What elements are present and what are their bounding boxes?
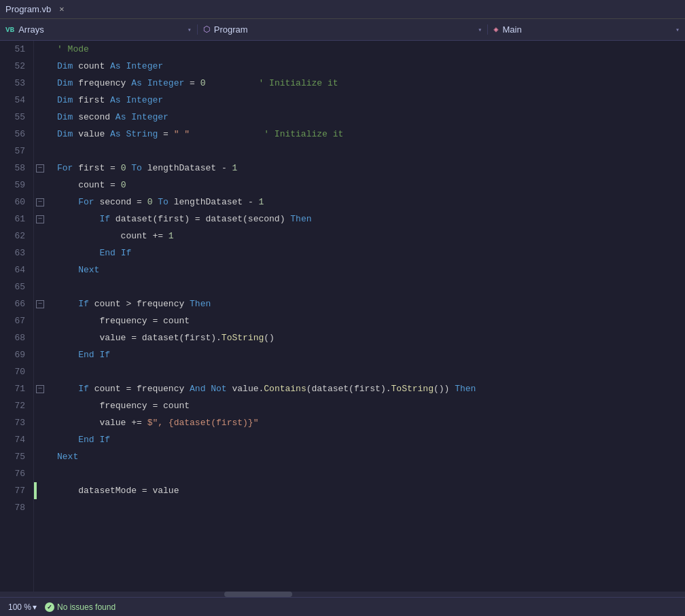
line-number: 55 <box>5 109 25 126</box>
line-number: 68 <box>5 329 25 346</box>
token-var: count <box>73 58 110 75</box>
token-var <box>57 380 78 397</box>
token-var: frequency <box>73 75 131 92</box>
token-kw: End If <box>99 244 131 261</box>
token-var <box>57 244 99 261</box>
fold-marker <box>34 329 46 346</box>
token-kw: And Not <box>190 380 227 397</box>
fold-marker <box>34 414 46 431</box>
fold-marker[interactable]: − <box>34 194 46 211</box>
token-var <box>57 295 78 312</box>
line-number: 60 <box>5 194 25 211</box>
arrays-dropdown[interactable]: VB Arrays ▾ <box>0 24 198 35</box>
tab-title: Program.vb <box>5 4 51 14</box>
token-var: ()) <box>434 380 455 397</box>
token-comment: ' Initialize it <box>264 126 343 143</box>
line-number: 71 <box>5 380 25 397</box>
line-numbers: 5152535455565758596061626364656667686970… <box>0 41 34 592</box>
token-kw: Then <box>290 211 311 228</box>
token-var <box>57 194 78 211</box>
code-line: value += $", {dataset(first)}" <box>57 414 685 431</box>
token-var: frequency = count <box>57 397 190 414</box>
program-label: Program <box>214 24 248 35</box>
code-line: count += 1 <box>57 228 685 244</box>
token-var: count = frequency <box>89 380 190 397</box>
token-str: " " <box>174 126 190 143</box>
token-kw: Then <box>190 295 211 312</box>
token-var: = <box>184 75 200 92</box>
main-arrow-icon: ▾ <box>675 26 680 34</box>
token-kw: To <box>158 194 169 211</box>
vb-icon: VB <box>5 26 14 34</box>
line-number: 74 <box>5 431 25 448</box>
token-kw: Next <box>57 448 78 465</box>
token-var: first = <box>73 160 120 177</box>
token-kw: If <box>99 211 110 228</box>
code-line: End If <box>57 431 685 448</box>
line-number: 51 <box>5 41 25 58</box>
token-var: second = <box>94 194 147 211</box>
token-method: ToString <box>222 329 264 346</box>
token-var: second <box>73 109 115 126</box>
main-dropdown[interactable]: ◈ Main ▾ <box>488 24 685 35</box>
code-line: Dim value As String = " " ' Initialize i… <box>57 126 685 143</box>
token-var: value. <box>227 380 264 397</box>
code-line: End If <box>57 244 685 261</box>
token-comment: ' Initialize it <box>259 75 338 92</box>
fold-marker <box>34 363 46 380</box>
issues-label: No issues found <box>57 602 116 612</box>
token-kw: As <box>110 126 121 143</box>
token-var: lengthDataset - <box>169 194 259 211</box>
token-num: 1 <box>259 194 264 211</box>
line-number: 54 <box>5 92 25 109</box>
main-icon: ◈ <box>493 24 498 35</box>
line-number: 69 <box>5 346 25 363</box>
token-num: 0 <box>200 75 206 92</box>
code-line: Dim frequency As Integer = 0 ' Initializ… <box>57 75 685 92</box>
fold-marker[interactable]: − <box>34 211 46 228</box>
program-dropdown[interactable]: ⬡ Program ▾ <box>198 24 489 35</box>
token-var: datasetMode = value <box>57 482 179 499</box>
code-line: For second = 0 To lengthDataset - 1 <box>57 194 685 211</box>
code-line: count = 0 <box>57 177 685 194</box>
token-var: value += <box>57 414 147 431</box>
zoom-label: 100 % <box>8 602 31 612</box>
code-container[interactable]: 5152535455565758596061626364656667686970… <box>0 41 685 592</box>
token-str: $", {dataset(first)}" <box>147 414 259 431</box>
fold-marker <box>34 261 46 278</box>
tab-close-icon[interactable]: ✕ <box>59 4 64 14</box>
token-method: Contains <box>264 380 306 397</box>
fold-marker <box>34 126 46 143</box>
zoom-control[interactable]: 100 % ▾ <box>8 602 37 612</box>
issues-indicator: ✓ No issues found <box>45 602 116 612</box>
line-number: 52 <box>5 58 25 75</box>
token-kw: End If <box>78 346 110 363</box>
code-line: Dim count As Integer <box>57 58 685 75</box>
scrollbar-thumb[interactable] <box>224 592 292 597</box>
line-number: 62 <box>5 228 25 244</box>
line-number: 67 <box>5 312 25 329</box>
fold-marker[interactable]: − <box>34 295 46 312</box>
main-label: Main <box>503 24 522 35</box>
token-kw: Dim <box>57 92 73 109</box>
code-line <box>57 278 685 295</box>
token-var: count > frequency <box>89 295 190 312</box>
token-var: value <box>73 126 110 143</box>
token-kw: As <box>110 92 121 109</box>
line-number: 75 <box>5 448 25 465</box>
token-kw: As <box>116 109 126 126</box>
code-line: Next <box>57 261 685 278</box>
token-var: (dataset(first). <box>306 380 391 397</box>
line-number: 57 <box>5 143 25 160</box>
token-kw: As <box>110 58 121 75</box>
line-number: 78 <box>5 499 25 516</box>
fold-marker <box>34 75 46 92</box>
fold-marker[interactable]: − <box>34 380 46 397</box>
fold-marker <box>34 143 46 160</box>
arrays-label: Arrays <box>18 24 44 35</box>
horizontal-scrollbar[interactable] <box>0 592 685 597</box>
line-number: 61 <box>5 211 25 228</box>
fold-marker[interactable]: − <box>34 160 46 177</box>
token-kw: Integer <box>142 75 184 92</box>
token-var: value = dataset(first). <box>57 329 222 346</box>
